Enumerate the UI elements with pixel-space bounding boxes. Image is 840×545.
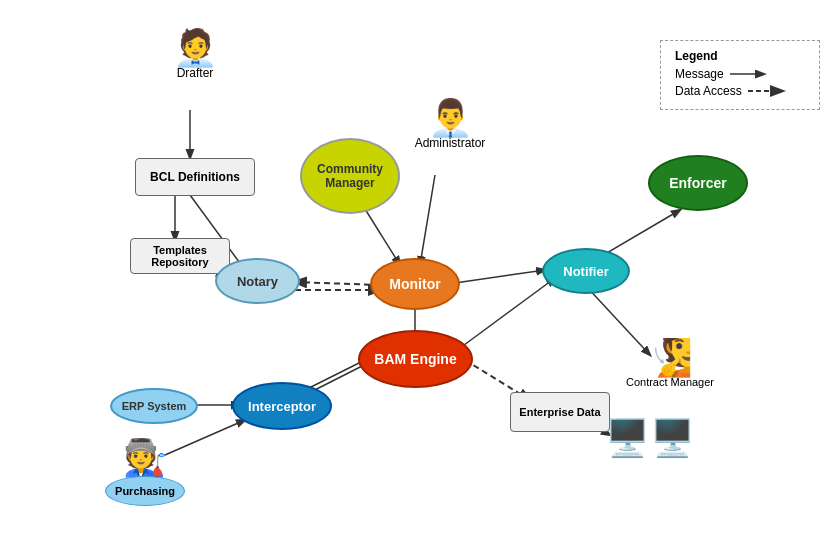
bam-engine-node: BAM Engine xyxy=(358,330,473,388)
purchasing-icon: 🧑‍🏭 xyxy=(123,440,168,476)
svg-line-16 xyxy=(600,210,680,257)
drafter-icon: 🧑‍💼 xyxy=(173,30,218,66)
notary-node: Notary xyxy=(215,258,300,304)
purchasing-label: Purchasing xyxy=(105,476,185,506)
computers-node: 🖥️🖥️ xyxy=(605,420,695,456)
purchasing-node: 🧑‍🏭 Purchasing xyxy=(100,440,190,506)
enterprise-data-node: Enterprise Data xyxy=(510,392,610,432)
drafter-node: 🧑‍💼 Drafter xyxy=(155,30,235,80)
community-manager-node: Community Manager xyxy=(300,138,400,214)
computers-icon: 🖥️🖥️ xyxy=(605,420,695,456)
erp-system-node: ERP System xyxy=(110,388,198,424)
administrator-icon: 👨‍💼 xyxy=(428,100,473,136)
drafter-label: Drafter xyxy=(177,66,214,80)
contract-manager-icon: 🧏 xyxy=(648,340,693,376)
legend-data-row: Data Access xyxy=(675,84,805,98)
notifier-node: Notifier xyxy=(542,248,630,294)
enforcer-node: Enforcer xyxy=(648,155,748,211)
templates-repo-node: Templates Repository xyxy=(130,238,230,274)
administrator-label: Administrator xyxy=(415,136,486,150)
legend-box: Legend Message Data Access xyxy=(660,40,820,110)
svg-line-5 xyxy=(420,175,435,265)
administrator-node: 👨‍💼 Administrator xyxy=(410,100,490,150)
contract-manager-node: 🧏 Contract Manager xyxy=(625,340,715,388)
svg-line-18 xyxy=(460,278,555,348)
legend-message-row: Message xyxy=(675,67,805,81)
monitor-node: Monitor xyxy=(370,258,460,310)
svg-line-15 xyxy=(455,270,545,283)
svg-line-6 xyxy=(295,282,380,285)
legend-message-label: Message xyxy=(675,67,724,81)
contract-manager-label: Contract Manager xyxy=(626,376,714,388)
bcl-definitions-node: BCL Definitions xyxy=(135,158,255,196)
legend-title: Legend xyxy=(675,49,805,63)
interceptor-node: Interceptor xyxy=(232,382,332,430)
legend-data-label: Data Access xyxy=(675,84,742,98)
legend-data-line xyxy=(748,85,788,97)
diagram: Legend Message Data Access 🧑‍💼 Drafter B… xyxy=(0,0,840,545)
legend-message-line xyxy=(730,68,770,80)
